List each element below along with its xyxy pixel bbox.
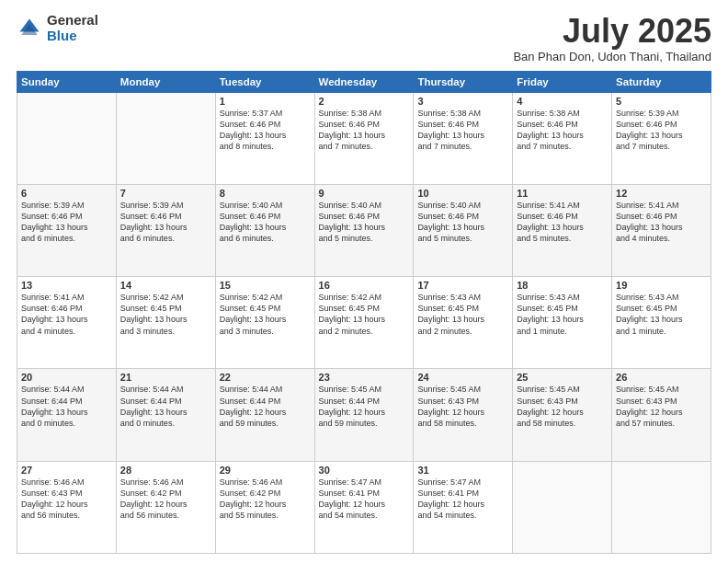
day-info: Sunrise: 5:40 AM Sunset: 6:46 PM Dayligh… [417,200,508,245]
table-row: 11Sunrise: 5:41 AM Sunset: 6:46 PM Dayli… [513,184,612,276]
day-number: 22 [220,372,311,383]
header-wednesday: Wednesday [314,71,414,92]
table-row: 5Sunrise: 5:39 AM Sunset: 6:46 PM Daylig… [612,92,711,184]
table-row: 20Sunrise: 5:44 AM Sunset: 6:44 PM Dayli… [17,369,117,461]
table-row: 27Sunrise: 5:46 AM Sunset: 6:43 PM Dayli… [17,461,117,553]
table-row: 2Sunrise: 5:38 AM Sunset: 6:46 PM Daylig… [314,92,414,184]
day-info: Sunrise: 5:37 AM Sunset: 6:46 PM Dayligh… [220,108,311,153]
day-number: 15 [220,280,311,291]
day-number: 5 [616,96,707,107]
day-number: 30 [319,465,410,476]
header-tuesday: Tuesday [215,71,314,92]
table-row: 21Sunrise: 5:44 AM Sunset: 6:44 PM Dayli… [116,369,215,461]
day-number: 12 [616,188,707,199]
logo-blue: Blue [47,29,98,44]
day-info: Sunrise: 5:44 AM Sunset: 6:44 PM Dayligh… [220,384,311,429]
logo-icon [17,16,42,41]
day-number: 1 [220,96,311,107]
title-block: July 2025 Ban Phan Don, Udon Thani, Thai… [513,13,711,63]
table-row: 23Sunrise: 5:45 AM Sunset: 6:44 PM Dayli… [314,369,414,461]
day-info: Sunrise: 5:40 AM Sunset: 6:46 PM Dayligh… [220,200,311,245]
day-number: 19 [616,280,707,291]
day-info: Sunrise: 5:38 AM Sunset: 6:46 PM Dayligh… [319,108,410,153]
day-info: Sunrise: 5:43 AM Sunset: 6:45 PM Dayligh… [417,292,508,337]
calendar-week-3: 13Sunrise: 5:41 AM Sunset: 6:46 PM Dayli… [17,277,711,369]
day-info: Sunrise: 5:45 AM Sunset: 6:43 PM Dayligh… [517,384,608,429]
calendar-week-1: 1Sunrise: 5:37 AM Sunset: 6:46 PM Daylig… [17,92,711,184]
header: General Blue July 2025 Ban Phan Don, Udo… [17,13,711,63]
table-row: 7Sunrise: 5:39 AM Sunset: 6:46 PM Daylig… [116,184,215,276]
logo: General Blue [17,13,98,43]
day-info: Sunrise: 5:39 AM Sunset: 6:46 PM Dayligh… [616,108,707,153]
day-info: Sunrise: 5:38 AM Sunset: 6:46 PM Dayligh… [517,108,608,153]
day-number: 23 [319,372,410,383]
day-info: Sunrise: 5:41 AM Sunset: 6:46 PM Dayligh… [616,200,707,245]
table-row: 4Sunrise: 5:38 AM Sunset: 6:46 PM Daylig… [513,92,612,184]
day-number: 28 [120,465,211,476]
day-info: Sunrise: 5:42 AM Sunset: 6:45 PM Dayligh… [120,292,211,337]
table-row: 15Sunrise: 5:42 AM Sunset: 6:45 PM Dayli… [215,277,314,369]
day-number: 3 [417,96,508,107]
calendar-header-row: Sunday Monday Tuesday Wednesday Thursday… [17,71,711,92]
day-number: 26 [616,372,707,383]
table-row: 10Sunrise: 5:40 AM Sunset: 6:46 PM Dayli… [414,184,513,276]
day-number: 11 [517,188,608,199]
table-row: 12Sunrise: 5:41 AM Sunset: 6:46 PM Dayli… [612,184,711,276]
day-info: Sunrise: 5:46 AM Sunset: 6:43 PM Dayligh… [21,477,112,522]
day-info: Sunrise: 5:41 AM Sunset: 6:46 PM Dayligh… [517,200,608,245]
day-number: 9 [319,188,410,199]
day-number: 25 [517,372,608,383]
day-number: 31 [417,465,508,476]
table-row: 14Sunrise: 5:42 AM Sunset: 6:45 PM Dayli… [116,277,215,369]
table-row: 24Sunrise: 5:45 AM Sunset: 6:43 PM Dayli… [414,369,513,461]
day-number: 14 [120,280,211,291]
day-number: 2 [319,96,410,107]
table-row [513,461,612,553]
calendar-table: Sunday Monday Tuesday Wednesday Thursday… [17,71,711,554]
table-row: 9Sunrise: 5:40 AM Sunset: 6:46 PM Daylig… [314,184,414,276]
table-row: 28Sunrise: 5:46 AM Sunset: 6:42 PM Dayli… [116,461,215,553]
day-number: 20 [21,372,112,383]
day-number: 17 [417,280,508,291]
table-row: 31Sunrise: 5:47 AM Sunset: 6:41 PM Dayli… [414,461,513,553]
table-row: 19Sunrise: 5:43 AM Sunset: 6:45 PM Dayli… [612,277,711,369]
table-row: 22Sunrise: 5:44 AM Sunset: 6:44 PM Dayli… [215,369,314,461]
header-friday: Friday [513,71,612,92]
day-info: Sunrise: 5:39 AM Sunset: 6:46 PM Dayligh… [21,200,112,245]
day-info: Sunrise: 5:46 AM Sunset: 6:42 PM Dayligh… [220,477,311,522]
day-info: Sunrise: 5:40 AM Sunset: 6:46 PM Dayligh… [319,200,410,245]
location: Ban Phan Don, Udon Thani, Thailand [513,50,711,63]
day-info: Sunrise: 5:38 AM Sunset: 6:46 PM Dayligh… [417,108,508,153]
table-row: 13Sunrise: 5:41 AM Sunset: 6:46 PM Dayli… [17,277,117,369]
table-row: 18Sunrise: 5:43 AM Sunset: 6:45 PM Dayli… [513,277,612,369]
table-row: 26Sunrise: 5:45 AM Sunset: 6:43 PM Dayli… [612,369,711,461]
day-number: 10 [417,188,508,199]
header-thursday: Thursday [414,71,513,92]
logo-general: General [47,13,98,29]
table-row [116,92,215,184]
table-row [612,461,711,553]
day-info: Sunrise: 5:42 AM Sunset: 6:45 PM Dayligh… [220,292,311,337]
day-info: Sunrise: 5:45 AM Sunset: 6:43 PM Dayligh… [616,384,707,429]
day-number: 29 [220,465,311,476]
day-number: 27 [21,465,112,476]
calendar-week-5: 27Sunrise: 5:46 AM Sunset: 6:43 PM Dayli… [17,461,711,553]
table-row: 25Sunrise: 5:45 AM Sunset: 6:43 PM Dayli… [513,369,612,461]
day-number: 4 [517,96,608,107]
day-info: Sunrise: 5:47 AM Sunset: 6:41 PM Dayligh… [417,477,508,522]
header-monday: Monday [116,71,215,92]
day-info: Sunrise: 5:42 AM Sunset: 6:45 PM Dayligh… [319,292,410,337]
day-number: 7 [120,188,211,199]
table-row: 8Sunrise: 5:40 AM Sunset: 6:46 PM Daylig… [215,184,314,276]
day-info: Sunrise: 5:43 AM Sunset: 6:45 PM Dayligh… [616,292,707,337]
day-number: 8 [220,188,311,199]
table-row: 1Sunrise: 5:37 AM Sunset: 6:46 PM Daylig… [215,92,314,184]
table-row: 6Sunrise: 5:39 AM Sunset: 6:46 PM Daylig… [17,184,117,276]
day-info: Sunrise: 5:45 AM Sunset: 6:44 PM Dayligh… [319,384,410,429]
day-info: Sunrise: 5:45 AM Sunset: 6:43 PM Dayligh… [417,384,508,429]
day-info: Sunrise: 5:47 AM Sunset: 6:41 PM Dayligh… [319,477,410,522]
header-sunday: Sunday [17,71,117,92]
day-number: 24 [417,372,508,383]
page: General Blue July 2025 Ban Phan Don, Udo… [0,0,728,563]
table-row: 17Sunrise: 5:43 AM Sunset: 6:45 PM Dayli… [414,277,513,369]
